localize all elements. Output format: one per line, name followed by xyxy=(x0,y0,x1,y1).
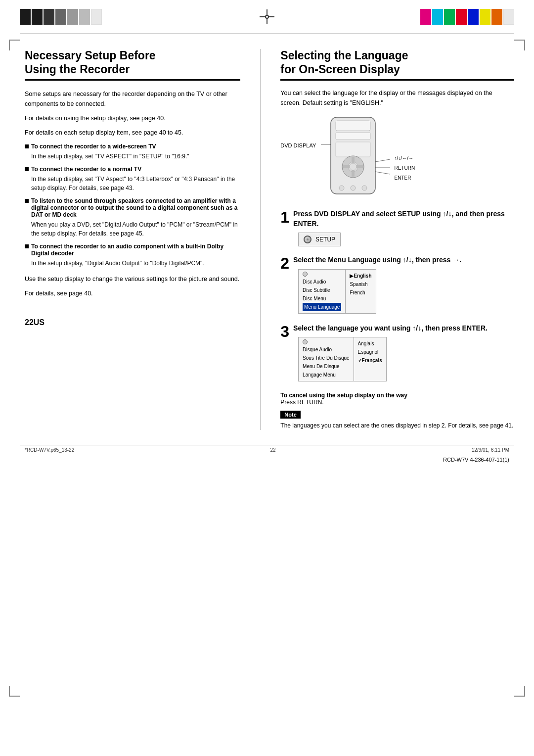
right-title-line1: Selecting the Language xyxy=(280,49,514,63)
step-2-right-item-1: ▶English xyxy=(350,272,371,280)
step-3-right-items: Anglais Espagnol ✓Français xyxy=(358,339,382,365)
title-line1: Necessary Setup Before xyxy=(25,49,240,63)
step-2-content: Select the Menu Language using ↑/↓, then… xyxy=(293,255,514,319)
left-section-title: Necessary Setup Before Using the Recorde… xyxy=(25,49,240,81)
step-2-menu-disc-row xyxy=(303,272,341,277)
step-2-disc-icon xyxy=(303,272,308,277)
left-page-number: 22US xyxy=(25,318,240,327)
cancel-title: To cancel using the setup display on the… xyxy=(280,392,407,399)
footer-right-date: 12/9/01, 6:11 PM xyxy=(472,447,509,453)
center-crosshair xyxy=(260,9,274,24)
cancel-body: Press RETURN. xyxy=(280,399,514,406)
bottom-right-mark xyxy=(514,686,525,697)
step-2-menu-items: Disc Audio Disc Subtitle Disc Menu Menu … xyxy=(303,278,341,311)
color-block-yellow xyxy=(480,9,490,25)
right-title-line2: for On-Screen Display xyxy=(280,63,514,77)
step-3-menu-item-3: Menu De Disque xyxy=(303,362,350,371)
color-block-2 xyxy=(32,9,43,25)
step-2-menu-item-3: Disc Menu xyxy=(303,294,341,303)
step-3: 3 Select the language you want using ↑/↓… xyxy=(280,324,514,387)
step-3-menu-left: Disque Audio Sous Titre Du Disque Menu D… xyxy=(299,337,354,381)
step-2-menu-item-1: Disc Audio xyxy=(303,278,341,286)
step-1-number: 1 xyxy=(280,209,289,225)
step-3-right-item-3: ✓Français xyxy=(358,356,382,365)
step-2-right-items: ▶English Spanish French xyxy=(350,272,371,297)
step-2-title: Select the Menu Language using ↑/↓, then… xyxy=(293,255,514,265)
footer-bottom-code: RCD-W7V 4-236-407-11(1) xyxy=(0,455,534,468)
bullet-header-2: To connect the recorder to a normal TV xyxy=(25,166,240,173)
right-page-marks xyxy=(514,40,525,50)
bottom-right-corner xyxy=(514,686,525,697)
step-3-menu-right: Anglais Espagnol ✓Français xyxy=(354,337,386,381)
color-block-blue xyxy=(468,9,479,25)
top-left-corner xyxy=(9,40,20,50)
bullet-body-4: In the setup display, "Digital Audio Out… xyxy=(25,259,240,268)
intro-text-1: Some setups are necessary for the record… xyxy=(25,90,240,109)
crosshair-mark xyxy=(260,9,274,24)
step-2-menu-screenshot: Disc Audio Disc Subtitle Disc Menu Menu … xyxy=(298,269,376,314)
header-area xyxy=(0,0,534,34)
step-2-menu-item-4-selected: Menu Language xyxy=(303,303,341,311)
color-block-6 xyxy=(79,9,90,25)
step-2: 2 Select the Menu Language using ↑/↓, th… xyxy=(280,255,514,319)
step-3-number: 3 xyxy=(280,324,289,339)
footer-center-page: 22 xyxy=(270,447,275,453)
step-3-menu-item-1: Disque Audio xyxy=(303,345,350,354)
step-3-disc-icon xyxy=(303,339,308,344)
bullet-item-1: To connect the recorder to a wide-screen… xyxy=(25,143,240,161)
step-3-right-item-2: Espagnol xyxy=(358,348,382,356)
column-divider xyxy=(260,49,261,430)
color-block-3 xyxy=(44,9,54,25)
intro-text-3: For details on each setup display item, … xyxy=(25,128,240,138)
diagram-lines-svg xyxy=(321,115,420,199)
svg-line-14 xyxy=(375,172,390,174)
footer-left-code: *RCD-W7V.p65_13-22 xyxy=(25,447,74,453)
color-block-magenta xyxy=(420,9,431,25)
right-color-bar xyxy=(420,9,514,25)
step-2-right-item-3: French xyxy=(350,288,371,297)
left-color-bar xyxy=(20,9,102,25)
bullet-square-1 xyxy=(25,144,29,148)
step-3-content: Select the language you want using ↑/↓, … xyxy=(293,324,514,387)
step-3-menu-item-4: Langage Menu xyxy=(303,371,350,379)
bullet-header-4: To connect the recorder to an audio comp… xyxy=(25,243,240,257)
right-intro-text: You can select the language for the disp… xyxy=(280,89,514,108)
color-block-red xyxy=(456,9,467,25)
setup-button-display: SETUP xyxy=(298,233,341,246)
left-column: Necessary Setup Before Using the Recorde… xyxy=(25,49,240,430)
step-1-content: Press DVD DISPLAY and select SETUP using… xyxy=(293,209,514,250)
color-block-green xyxy=(444,9,455,25)
bullet-body-1: In the setup display, set "TV ASPECT" in… xyxy=(25,152,240,161)
bullet-header-1: To connect the recorder to a wide-screen… xyxy=(25,143,240,150)
bullet-square-2 xyxy=(25,167,29,171)
bottom-left-corner xyxy=(9,686,20,697)
color-block-orange xyxy=(491,9,502,25)
step-1: 1 Press DVD DISPLAY and select SETUP usi… xyxy=(280,209,514,250)
color-block-1 xyxy=(20,9,31,25)
step-1-title: Press DVD DISPLAY and select SETUP using… xyxy=(293,209,514,229)
left-page-marks xyxy=(9,40,20,50)
step-2-menu-left: Disc Audio Disc Subtitle Disc Menu Menu … xyxy=(299,270,346,313)
color-block-7 xyxy=(91,9,102,25)
bottom-left-mark xyxy=(9,686,20,697)
step-2-menu-right: ▶English Spanish French xyxy=(346,270,375,313)
bullet-square-4 xyxy=(25,244,29,248)
bullet-body-2: In the setup display, set "TV Aspect" to… xyxy=(25,175,240,192)
bullet-square-3 xyxy=(25,199,29,203)
cancel-section: To cancel using the setup display on the… xyxy=(280,391,514,406)
intro-text-2: For details on using the setup display, … xyxy=(25,114,240,123)
bullet-header-3: To listen to the sound through speakers … xyxy=(25,197,240,218)
note-section: Note The languages you can select are th… xyxy=(280,411,514,430)
setup-disc-icon xyxy=(304,236,312,243)
crosshair-circle xyxy=(265,15,269,19)
step-3-menu-items: Disque Audio Sous Titre Du Disque Menu D… xyxy=(303,345,350,379)
step-2-number: 2 xyxy=(280,255,289,271)
remote-left-labels: DVD DISPLAY xyxy=(280,115,316,151)
color-block-5 xyxy=(67,9,78,25)
step-3-disc-row xyxy=(303,339,350,344)
remote-svg-wrapper: ↑/↓/←/→ RETURN ENTER xyxy=(321,115,385,200)
setup-disc-inner xyxy=(307,238,309,240)
main-content: Necessary Setup Before Using the Recorde… xyxy=(0,34,534,440)
setup-label: SETUP xyxy=(315,236,335,243)
closing-text-1: Use the setup display to change the vari… xyxy=(25,275,240,284)
